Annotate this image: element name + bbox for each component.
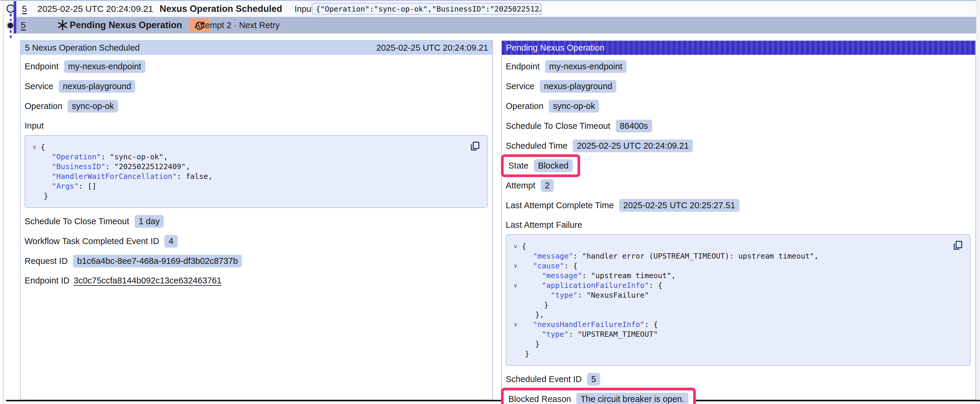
code-line: } (28, 191, 466, 201)
event-timestamp: 2025-02-25 UTC 20:24:09.21 (37, 4, 153, 14)
field-label: Last Attempt Failure (506, 219, 970, 231)
json-code-block: ∨{"Operation": "sync-op-ok","BusinessID"… (25, 135, 488, 208)
panel-header-scheduled: 5 Nexus Operation Scheduled 2025-02-25 U… (21, 41, 492, 55)
field-label: Schedule To Close Timeout (506, 121, 611, 131)
input-preview-pill: {"Operation":"sync-op-ok","BusinessID":"… (312, 3, 542, 15)
code-gutter (509, 310, 522, 320)
code-line: "BusinessID": "20250225122409", (28, 162, 466, 171)
code-line: ∨"applicationFailureInfo": { (509, 280, 949, 290)
code-line: "message": "handler error (UPSTREAM_TIME… (509, 251, 949, 261)
code-gutter (509, 339, 522, 349)
field-label: Service (506, 81, 535, 91)
code-gutter (509, 330, 522, 339)
timeline-dashed-line (10, 14, 11, 21)
field-operation: Operationsync-op-ok (506, 100, 970, 112)
timeline-indigo-bar (14, 1, 16, 33)
field-label: Schedule To Close Timeout (25, 217, 129, 226)
code-text: { (41, 142, 45, 152)
code-text: }, (522, 310, 544, 320)
code-line: "Args": [] (28, 181, 466, 191)
code-line: ∨{ (28, 142, 466, 152)
panel-header-pending: Pending Nexus Operation (502, 41, 975, 55)
field-value-pill: b1c6a4bc-8ee7-468a-9169-df3b02c8737b (73, 255, 242, 268)
code-gutter (28, 191, 41, 201)
field-schedule-to-close-timeout: Schedule To Close Timeout86400s (506, 120, 970, 132)
field-label: Endpoint ID (25, 276, 70, 285)
collapse-chevron-icon[interactable]: ∨ (509, 241, 522, 251)
field-blocked-reason: Blocked ReasonThe circuit breaker is ope… (508, 393, 689, 404)
field-label: Attempt (506, 181, 535, 190)
field-endpoint: Endpointmy-nexus-endpoint (25, 60, 488, 73)
annotated-field-row: StateBlocked (506, 159, 970, 179)
code-gutter (509, 349, 522, 359)
field-label: Operation (25, 101, 62, 111)
field-label: Workflow Task Completed Event ID (25, 236, 159, 246)
copy-icon[interactable] (952, 239, 963, 251)
field-label: Endpoint (25, 62, 59, 71)
code-line: } (509, 339, 949, 349)
annotation-highlight-box: StateBlocked (501, 154, 580, 177)
field-label: Last Attempt Complete Time (506, 201, 614, 210)
field-value-pill: 86400s (616, 120, 652, 132)
field-value-pill: 5 (587, 373, 600, 386)
field-value-pill: my-nexus-endpoint (545, 60, 627, 73)
field-last-attempt-complete-time: Last Attempt Complete Time2025-02-25 UTC… (506, 199, 970, 212)
code-text: } (522, 339, 539, 349)
code-text: } (41, 191, 48, 201)
field-scheduled-time: Scheduled Time2025-02-25 UTC 20:24:09.21 (506, 139, 970, 152)
endpoint-id-link[interactable]: 3c0c75ccfa8144b092c13ce632463761 (74, 276, 221, 285)
code-line: }, (509, 310, 949, 320)
field-operation: Operationsync-op-ok (25, 100, 488, 112)
code-text: "HandlerWaitForCancellation": false, (41, 171, 212, 181)
code-text: "type": "UPSTREAM_TIMEOUT" (522, 330, 658, 339)
retry-badge: Attempt 2 · Next Retry (189, 18, 209, 32)
field-service: Servicenexus-playground (506, 80, 970, 93)
event-row-pending-nexus-operation[interactable]: 5 Pending Nexus Operation Attempt 2 · Ne… (16, 17, 977, 33)
field-state: StateBlocked (508, 159, 573, 172)
code-text: "message": "upstream timeout", (522, 271, 676, 280)
code-line: "HandlerWaitForCancellation": false, (28, 171, 466, 181)
field-label: Endpoint (506, 62, 540, 71)
event-row-nexus-operation-scheduled[interactable]: 5 2025-02-25 UTC 20:24:09.21 Nexus Opera… (16, 1, 977, 17)
code-gutter (28, 162, 41, 171)
field-value-pill: 4 (164, 235, 177, 248)
scrollbar-gutter[interactable] (976, 0, 980, 404)
field-label: Operation (506, 101, 543, 111)
field-value-pill: The circuit breaker is open. (576, 393, 689, 404)
code-gutter (28, 171, 41, 181)
code-text: { (522, 241, 526, 251)
panel-body: Endpointmy-nexus-endpointServicenexus-pl… (502, 55, 975, 404)
code-text: "type": "NexusFailure" (522, 290, 649, 300)
code-gutter (509, 290, 522, 300)
code-gutter (28, 181, 41, 191)
code-text: } (522, 300, 549, 310)
code-line: ∨{ (509, 241, 949, 251)
details-bottom-divider (6, 400, 980, 401)
collapse-chevron-icon[interactable]: ∨ (28, 142, 41, 152)
collapse-chevron-icon[interactable]: ∨ (509, 280, 522, 290)
event-id-link[interactable]: 5 (21, 20, 26, 30)
event-detail-panel-scheduled: 5 Nexus Operation Scheduled 2025-02-25 U… (20, 40, 493, 400)
event-id-link[interactable]: 5 (22, 4, 27, 14)
code-text: "message": "handler error (UPSTREAM_TIME… (522, 251, 819, 261)
field-request-id: Request IDb1c6a4bc-8ee7-468a-9169-df3b02… (25, 255, 488, 268)
field-value-pill: 2025-02-25 UTC 20:24:09.21 (573, 139, 693, 152)
event-title: Nexus Operation Scheduled (159, 3, 282, 14)
field-value-pill: nexus-playground (59, 80, 135, 93)
code-gutter (509, 300, 522, 310)
retry-badge-label: Attempt 2 · Next Retry (194, 21, 280, 30)
field-workflow-task-completed-event-id: Workflow Task Completed Event ID4 (25, 235, 488, 248)
field-value-pill: Blocked (534, 159, 573, 172)
code-line: "message": "upstream timeout", (509, 271, 949, 280)
collapse-chevron-icon[interactable]: ∨ (509, 261, 522, 271)
code-gutter (509, 251, 522, 261)
code-text: "Operation": "sync-op-ok", (41, 152, 168, 162)
code-line: } (509, 349, 949, 359)
copy-icon[interactable] (469, 140, 480, 152)
code-text: "nexusHandlerFailureInfo": { (522, 320, 658, 330)
field-value-pill: 1 day (135, 215, 164, 228)
field-endpoint-id: Endpoint ID3c0c75ccfa8144b092c13ce632463… (25, 274, 488, 287)
collapse-chevron-icon[interactable]: ∨ (509, 320, 522, 330)
field-value-pill: sync-op-ok (68, 100, 118, 112)
field-label: Scheduled Event ID (506, 374, 582, 384)
